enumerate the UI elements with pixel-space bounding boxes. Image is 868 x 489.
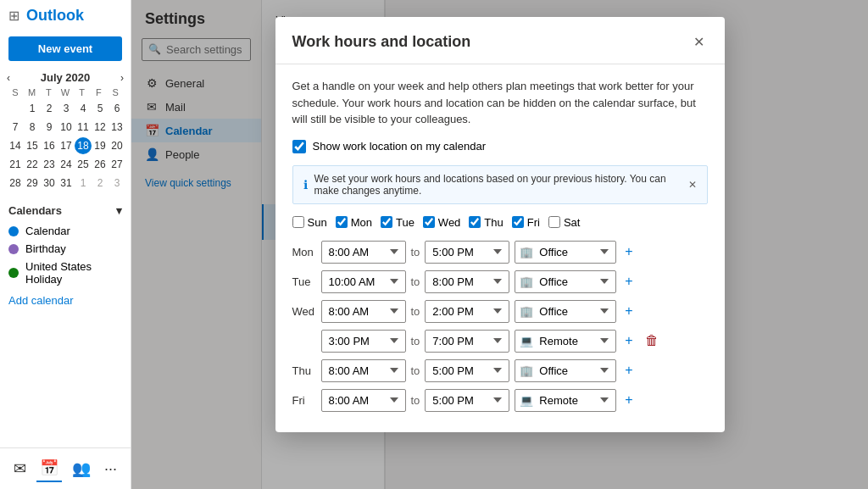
modal-close-button[interactable]: ✕ xyxy=(690,31,708,53)
location-select[interactable]: OfficeRemoteHome xyxy=(515,300,616,323)
add-calendar-link[interactable]: Add calendar xyxy=(8,292,122,309)
mini-cal-cell[interactable]: 23 xyxy=(41,156,58,173)
calendar-item[interactable]: Birthday xyxy=(8,240,122,258)
mini-cal-cell[interactable]: 5 xyxy=(92,100,108,117)
time-select[interactable]: 12:00 AM1:00 AM2:00 AM3:00 AM4:00 AM5:00… xyxy=(425,389,509,412)
location-select[interactable]: OfficeRemoteHome xyxy=(515,359,616,382)
mini-cal-cell[interactable]: 31 xyxy=(58,175,75,192)
add-segment-button[interactable]: + xyxy=(621,391,636,409)
add-segment-button[interactable]: + xyxy=(621,361,636,380)
mini-cal-cell[interactable]: 30 xyxy=(41,175,58,192)
mini-cal-cell[interactable]: 4 xyxy=(75,100,92,117)
day-checkbox-sat[interactable]: Sat xyxy=(548,216,581,229)
mini-cal-cell[interactable]: 17 xyxy=(58,137,75,154)
location-select[interactable]: OfficeRemoteHome xyxy=(515,330,616,353)
mini-cal-cell[interactable]: 26 xyxy=(92,156,108,173)
time-select[interactable]: 12:00 AM1:00 AM2:00 AM3:00 AM4:00 AM5:00… xyxy=(425,300,509,323)
day-check-input[interactable] xyxy=(423,216,435,228)
info-bar: ℹ We set your work hours and locations b… xyxy=(292,165,708,204)
mail-nav-icon[interactable]: ✉ xyxy=(10,456,30,481)
calendars-section: Calendars ▾ CalendarBirthdayUnited State… xyxy=(0,197,131,316)
day-check-input[interactable] xyxy=(548,216,560,228)
calendars-header[interactable]: Calendars ▾ xyxy=(8,204,122,217)
day-checkbox-sun[interactable]: Sun xyxy=(292,216,327,229)
mini-cal-cell[interactable]: 10 xyxy=(58,119,75,136)
location-wrapper: 🏢OfficeRemoteHome xyxy=(515,359,616,382)
day-checkbox-thu[interactable]: Thu xyxy=(469,216,503,229)
mini-cal-cell[interactable]: 21 xyxy=(7,156,24,173)
mini-cal-cell[interactable]: 11 xyxy=(75,119,92,136)
day-checkbox-wed[interactable]: Wed xyxy=(423,216,461,229)
day-check-input[interactable] xyxy=(336,216,348,228)
more-nav-icon[interactable]: ··· xyxy=(101,457,120,481)
mini-cal-cell[interactable]: 28 xyxy=(7,175,24,192)
day-check-input[interactable] xyxy=(469,216,481,228)
mini-cal-cell[interactable]: 2 xyxy=(92,175,108,192)
time-select[interactable]: 12:00 AM1:00 AM2:00 AM3:00 AM4:00 AM5:00… xyxy=(321,359,406,382)
mini-cal-cell[interactable]: 24 xyxy=(58,156,75,173)
mini-cal-cell[interactable]: 14 xyxy=(7,137,24,154)
mini-cal-cell[interactable]: 20 xyxy=(108,137,125,154)
location-select[interactable]: OfficeRemoteHome xyxy=(515,241,616,264)
day-checkbox-tue[interactable]: Tue xyxy=(381,216,415,229)
mini-cal-cell[interactable]: 3 xyxy=(58,100,75,117)
mini-cal-cell[interactable]: 12 xyxy=(92,119,108,136)
people-nav-icon[interactable]: 👥 xyxy=(69,456,94,481)
time-select[interactable]: 12:00 AM1:00 AM2:00 AM3:00 AM4:00 AM5:00… xyxy=(321,241,406,264)
mini-cal-cell[interactable]: 7 xyxy=(7,119,24,136)
add-segment-button[interactable]: + xyxy=(621,302,636,320)
bottom-nav: ✉ 📅 👥 ··· xyxy=(0,447,131,489)
show-work-location-checkbox[interactable] xyxy=(292,140,306,153)
add-segment-button[interactable]: + xyxy=(621,272,636,291)
time-select[interactable]: 12:00 AM1:00 AM2:00 AM3:00 AM4:00 AM5:00… xyxy=(425,359,509,382)
mini-cal-cell[interactable]: 8 xyxy=(24,119,41,136)
add-segment-button[interactable]: + xyxy=(621,242,636,261)
day-check-input[interactable] xyxy=(292,216,304,228)
time-select[interactable]: 12:00 AM1:00 AM2:00 AM3:00 AM4:00 AM5:00… xyxy=(425,270,509,293)
app-grid-icon[interactable]: ⊞ xyxy=(8,8,19,24)
app-header: ⊞ Outlook xyxy=(0,0,131,31)
schedule-section: Mon12:00 AM1:00 AM2:00 AM3:00 AM4:00 AM5… xyxy=(292,241,708,412)
day-checkbox-mon[interactable]: Mon xyxy=(336,216,372,229)
info-close-button[interactable]: ✕ xyxy=(688,179,697,191)
location-select[interactable]: OfficeRemoteHome xyxy=(515,270,616,293)
mini-cal-cell[interactable]: 1 xyxy=(24,100,41,117)
mini-cal-cell[interactable]: 2 xyxy=(41,100,58,117)
time-select[interactable]: 12:00 AM1:00 AM2:00 AM3:00 AM4:00 AM5:00… xyxy=(321,270,406,293)
mini-cal-month-label[interactable]: July 2020 xyxy=(41,71,91,84)
time-select[interactable]: 12:00 AM1:00 AM2:00 AM3:00 AM4:00 AM5:00… xyxy=(425,330,509,353)
mini-cal-cell[interactable]: 13 xyxy=(108,119,125,136)
mini-cal-cell[interactable]: 16 xyxy=(41,137,58,154)
mini-cal-cell[interactable]: 9 xyxy=(41,119,58,136)
work-hours-modal: Work hours and location ✕ Get a handle o… xyxy=(275,17,725,432)
calendar-nav-icon[interactable]: 📅 xyxy=(36,455,62,482)
schedule-row: Tue12:00 AM1:00 AM2:00 AM3:00 AM4:00 AM5… xyxy=(292,270,708,293)
new-event-button[interactable]: New event xyxy=(8,36,122,61)
time-select[interactable]: 12:00 AM1:00 AM2:00 AM3:00 AM4:00 AM5:00… xyxy=(321,389,406,412)
next-month-button[interactable]: › xyxy=(120,72,124,84)
mini-cal-cell[interactable]: 22 xyxy=(24,156,41,173)
day-check-input[interactable] xyxy=(512,216,524,228)
time-select[interactable]: 12:00 AM1:00 AM2:00 AM3:00 AM4:00 AM5:00… xyxy=(321,330,406,353)
day-checkbox-fri[interactable]: Fri xyxy=(512,216,540,229)
location-select[interactable]: OfficeRemoteHome xyxy=(515,389,616,412)
mini-cal-cell[interactable]: 3 xyxy=(108,175,125,192)
add-segment-button[interactable]: + xyxy=(621,331,636,350)
mini-cal-cell[interactable]: 1 xyxy=(75,175,92,192)
mini-cal-cell[interactable]: 29 xyxy=(24,175,41,192)
mini-cal-cell[interactable]: 15 xyxy=(24,137,41,154)
mini-cal-cell[interactable]: 27 xyxy=(108,156,125,173)
mini-cal-cell[interactable]: 6 xyxy=(108,100,125,117)
mini-cal-cell[interactable]: 19 xyxy=(92,137,108,154)
day-label: Wed xyxy=(438,216,461,229)
calendar-item[interactable]: United States Holiday xyxy=(8,258,122,288)
delete-segment-button[interactable]: 🗑 xyxy=(642,331,662,350)
info-icon: ℹ xyxy=(303,178,308,192)
prev-month-button[interactable]: ‹ xyxy=(7,72,10,84)
mini-cal-cell[interactable]: 18 xyxy=(75,137,92,154)
time-select[interactable]: 12:00 AM1:00 AM2:00 AM3:00 AM4:00 AM5:00… xyxy=(321,300,406,323)
day-check-input[interactable] xyxy=(381,216,392,228)
mini-cal-cell[interactable]: 25 xyxy=(75,156,92,173)
calendar-item[interactable]: Calendar xyxy=(8,222,122,240)
time-select[interactable]: 12:00 AM1:00 AM2:00 AM3:00 AM4:00 AM5:00… xyxy=(425,241,509,264)
